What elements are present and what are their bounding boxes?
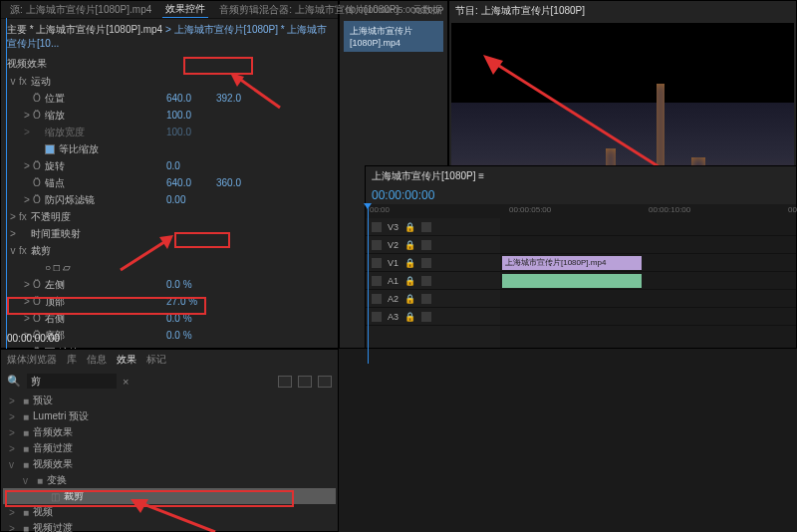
audio-track-lane[interactable] bbox=[500, 290, 796, 308]
sequence-title[interactable]: 上海城市宣传片[1080P] bbox=[372, 170, 475, 181]
expand-icon[interactable]: > bbox=[9, 507, 19, 518]
keyframe-icon[interactable]: Ö bbox=[33, 160, 45, 171]
track-toggle[interactable] bbox=[421, 312, 431, 322]
audio-track-header[interactable]: A2🔒 bbox=[366, 290, 500, 308]
track-lock-icon[interactable]: 🔒 bbox=[404, 312, 415, 322]
track-toggle[interactable] bbox=[421, 276, 431, 286]
effect-row[interactable]: >Ö旋转0.0 bbox=[1, 157, 338, 174]
property-value[interactable]: 360.0 bbox=[216, 177, 266, 188]
keyframe-icon[interactable]: Ö bbox=[33, 93, 45, 104]
property-value[interactable]: 0.0 bbox=[166, 160, 216, 171]
track-toggle[interactable] bbox=[372, 276, 382, 286]
property-value[interactable]: 0.0 % bbox=[166, 279, 216, 290]
checkbox[interactable] bbox=[45, 144, 55, 154]
effect-row[interactable]: >Ö缩放100.0 bbox=[1, 107, 338, 124]
preset-box[interactable] bbox=[318, 376, 332, 388]
effect-row[interactable]: vfx裁剪 bbox=[1, 242, 338, 259]
expand-toggle[interactable]: > bbox=[21, 279, 33, 290]
effect-row[interactable]: >Ö防闪烁滤镜0.00 bbox=[1, 191, 338, 208]
expand-icon[interactable]: v bbox=[9, 459, 19, 470]
preset-box[interactable] bbox=[278, 376, 292, 388]
keyframe-icon[interactable]: Ö bbox=[33, 194, 45, 205]
effect-row[interactable]: Ö位置640.0392.0 bbox=[1, 90, 338, 107]
effect-folder-item[interactable]: v■视频效果 bbox=[3, 456, 336, 472]
timeline-timecode[interactable]: 00:00:00:00 bbox=[366, 186, 796, 204]
track-lock-icon[interactable]: 🔒 bbox=[404, 258, 415, 268]
keyframe-icon[interactable]: Ö bbox=[33, 279, 45, 290]
property-value[interactable]: 0.00 bbox=[166, 194, 216, 205]
property-value[interactable]: 640.0 bbox=[166, 93, 216, 104]
expand-toggle[interactable]: > bbox=[21, 160, 33, 171]
search-input[interactable] bbox=[27, 374, 117, 389]
browser-tab[interactable]: 效果 bbox=[117, 353, 136, 367]
video-track-header[interactable]: V1🔒 bbox=[366, 254, 500, 272]
effect-folder-item[interactable]: v■变换 bbox=[3, 472, 336, 488]
expand-icon[interactable]: > bbox=[9, 396, 19, 406]
browser-tab[interactable]: 媒体浏览器 bbox=[7, 353, 57, 367]
expand-icon[interactable]: > bbox=[9, 523, 19, 533]
expand-toggle[interactable]: v bbox=[7, 245, 19, 256]
effect-folder-item[interactable]: >■音频效果 bbox=[3, 424, 336, 440]
keyframe-icon[interactable]: fx bbox=[19, 245, 31, 256]
property-value[interactable]: 100.0 bbox=[166, 110, 216, 121]
property-value[interactable]: 0.0 % bbox=[166, 330, 216, 341]
track-toggle[interactable] bbox=[372, 258, 382, 268]
effect-row[interactable]: >fx不透明度 bbox=[1, 208, 338, 225]
video-track-header[interactable]: V3🔒 bbox=[366, 218, 500, 236]
effect-folder-item[interactable]: >■视频 bbox=[3, 504, 336, 520]
keyframe-icon[interactable]: Ö bbox=[33, 110, 45, 121]
track-toggle[interactable] bbox=[372, 312, 382, 322]
expand-icon[interactable]: > bbox=[9, 443, 19, 454]
effect-row[interactable]: >Ö左侧0.0 % bbox=[1, 276, 338, 293]
audio-track-lane[interactable] bbox=[500, 272, 796, 290]
track-toggle[interactable] bbox=[421, 240, 431, 250]
tab-metadata[interactable]: 元数据 bbox=[409, 2, 445, 18]
expand-toggle[interactable]: > bbox=[7, 228, 19, 239]
expand-icon[interactable]: v bbox=[23, 475, 33, 486]
track-toggle[interactable] bbox=[372, 294, 382, 304]
browser-tab[interactable]: 库 bbox=[67, 353, 77, 367]
expand-toggle[interactable]: > bbox=[21, 110, 33, 121]
effect-row[interactable]: >Ö右侧0.0 % bbox=[1, 310, 338, 327]
track-toggle[interactable] bbox=[372, 240, 382, 250]
video-track-lane[interactable] bbox=[500, 218, 796, 236]
property-value[interactable]: 392.0 bbox=[216, 93, 266, 104]
property-value[interactable]: 100.0 bbox=[166, 127, 216, 137]
video-track-lane[interactable] bbox=[500, 236, 796, 254]
effect-folder-item[interactable]: >■视频过渡 bbox=[3, 520, 336, 532]
expand-toggle[interactable]: v bbox=[7, 76, 19, 87]
track-lock-icon[interactable]: 🔒 bbox=[404, 222, 415, 232]
clear-search-icon[interactable]: × bbox=[123, 376, 129, 388]
tab-source[interactable]: 源: 上海城市宣传片[1080P].mp4 bbox=[7, 2, 154, 18]
effect-folder-item[interactable]: >■Lumetri 预设 bbox=[3, 408, 336, 424]
expand-toggle[interactable]: > bbox=[21, 313, 33, 324]
expand-toggle[interactable]: > bbox=[7, 211, 19, 222]
panel-timecode[interactable]: 00:00:00:00 bbox=[7, 333, 60, 344]
effect-row[interactable]: Ö锚点640.0360.0 bbox=[1, 174, 338, 191]
track-lock-icon[interactable]: 🔒 bbox=[404, 276, 415, 286]
video-track-lane[interactable]: 上海城市宣传片[1080P].mp4 bbox=[500, 254, 796, 272]
audio-track-header[interactable]: A3🔒 bbox=[366, 308, 500, 326]
video-track-header[interactable]: V2🔒 bbox=[366, 236, 500, 254]
effect-row[interactable]: 等比缩放 bbox=[1, 140, 338, 157]
track-toggle[interactable] bbox=[421, 294, 431, 304]
effect-row[interactable]: >Ö顶部27.0 % bbox=[1, 293, 338, 310]
effect-row[interactable]: vfx运动 bbox=[1, 73, 338, 90]
effect-folder-item[interactable]: >■预设 bbox=[3, 393, 336, 408]
expand-toggle[interactable]: > bbox=[21, 296, 33, 307]
browser-tab[interactable]: 信息 bbox=[87, 353, 107, 367]
track-toggle[interactable] bbox=[421, 222, 431, 232]
effect-row[interactable]: ○ □ ▱ bbox=[1, 259, 338, 276]
keyframe-icon[interactable]: Ö bbox=[33, 296, 45, 307]
video-clip[interactable]: 上海城市宣传片[1080P].mp4 bbox=[502, 256, 642, 270]
property-value[interactable]: 640.0 bbox=[166, 177, 216, 188]
audio-clip[interactable] bbox=[502, 274, 642, 288]
effect-row[interactable]: >缩放宽度100.0 bbox=[1, 124, 338, 140]
keyframe-icon[interactable]: Ö bbox=[33, 313, 45, 324]
keyframe-icon[interactable]: Ö bbox=[33, 177, 45, 188]
keyframe-icon[interactable]: fx bbox=[19, 76, 31, 87]
track-lock-icon[interactable]: 🔒 bbox=[404, 294, 415, 304]
keyframe-icon[interactable]: fx bbox=[19, 211, 31, 222]
tab-audio-mixer[interactable]: 音频剪辑混合器: 上海城市宣传片[1080P] bbox=[216, 2, 401, 18]
effect-folder-item[interactable]: >■音频过渡 bbox=[3, 440, 336, 456]
